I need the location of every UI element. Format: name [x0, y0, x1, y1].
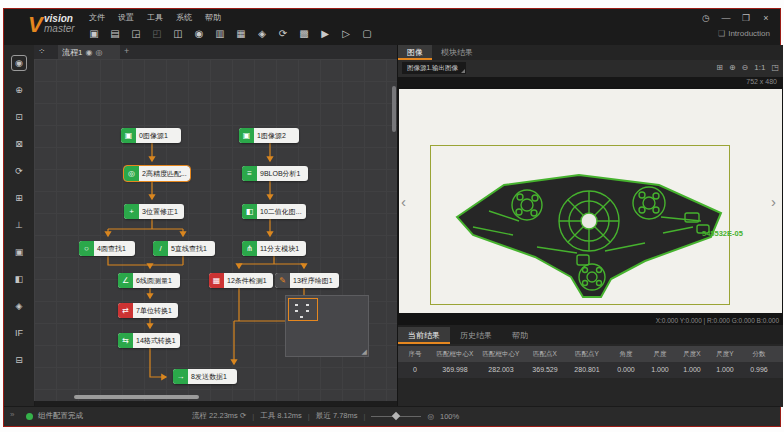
flow-tab[interactable]: 流程1 ◉ ◎ — [58, 45, 120, 59]
node-blob-analysis[interactable]: ≡9BLOB分析1 — [242, 166, 308, 181]
introduction-link[interactable]: ❏Introduction — [718, 29, 770, 38]
node-send-data[interactable]: →8发送数据1 — [173, 369, 237, 384]
zoom-in-icon[interactable]: ⊕ — [729, 62, 736, 74]
node-circle-find-label: 4圆查找1 — [94, 244, 129, 254]
col-header-6: 尺度 — [644, 346, 676, 362]
zoom-magnifier-icon: ◎ — [427, 412, 434, 421]
communication-icon[interactable]: ⊟ — [11, 352, 27, 368]
zoom-out-icon[interactable]: ⊖ — [742, 62, 749, 74]
menu-item-3[interactable]: 系统 — [176, 11, 192, 24]
node-binarize[interactable]: ◧10二值化图... — [242, 204, 306, 219]
focus-icon[interactable]: ⊠ — [11, 136, 27, 152]
col-header-4: 匹配点Y — [566, 346, 608, 362]
viewer-tab-0[interactable]: 图像 — [398, 45, 432, 60]
image-process-icon[interactable]: ▣ — [11, 244, 27, 260]
node-image-source-2[interactable]: ▣1图像源2 — [239, 128, 299, 143]
node-branch-module[interactable]: ⋔11分支模块1 — [242, 241, 306, 256]
menu-item-2[interactable]: 工具 — [147, 11, 163, 24]
node-unit-convert[interactable]: ⇄7单位转换1 — [118, 303, 178, 318]
canvas-minimap[interactable]: ◢ — [285, 295, 369, 357]
stop-icon[interactable]: ▢ — [360, 27, 374, 41]
color-icon[interactable]: ◧ — [11, 271, 27, 287]
match-icon[interactable]: ⊞ — [11, 190, 27, 206]
actual-size-icon[interactable]: 1:1 — [754, 62, 765, 74]
flow-structure-icon[interactable]: ⁘ — [38, 46, 46, 56]
prev-image-arrow[interactable]: ‹ — [401, 193, 406, 210]
node-hp-match-icon: ◎ — [124, 166, 139, 181]
multi-view-icon[interactable]: ▥ — [213, 27, 227, 41]
node-condition-check-icon: ▦ — [209, 273, 224, 288]
flow-run-once-button[interactable]: ◉ — [85, 48, 92, 57]
canvas-zoom-slider[interactable] — [371, 412, 421, 421]
node-hp-match-label: 2高精度匹配... — [139, 169, 190, 179]
if-logic-icon[interactable]: IF — [11, 325, 27, 341]
caliper-icon[interactable]: ⊥ — [11, 217, 27, 233]
node-line-find-icon: / — [153, 241, 168, 256]
canvas-hscrollbar[interactable] — [74, 395, 199, 399]
clock-icon[interactable]: ◷ — [700, 12, 712, 24]
minimap-resize-icon[interactable]: ◢ — [362, 348, 367, 356]
node-line-find[interactable]: /5直线查找1 — [153, 241, 215, 256]
flow-run-loop-button[interactable]: ◎ — [95, 48, 102, 57]
fullscreen-icon[interactable]: ◳ — [771, 62, 779, 74]
save-icon[interactable]: ▣ — [87, 27, 101, 41]
result-tab-0[interactable]: 当前结果 — [398, 327, 450, 344]
node-format-convert[interactable]: ⇆14格式转换1 — [118, 333, 180, 348]
node-hp-match[interactable]: ◎2高精度匹配... — [124, 166, 190, 181]
metric-separator: | — [364, 412, 366, 421]
node-image-source-2-icon: ▣ — [239, 128, 254, 143]
run-continuous-icon[interactable]: ▷ — [339, 27, 353, 41]
minimap-viewport[interactable] — [288, 298, 318, 321]
rotate-icon[interactable]: ⟳ — [11, 163, 27, 179]
image-viewer[interactable]: 545532E-05 ‹ › X:0.000 Y:0.000 | R:0.000… — [398, 87, 783, 325]
add-flow-button[interactable]: + — [124, 46, 129, 56]
node-binarize-label: 10二值化图... — [257, 207, 305, 217]
data-queue-icon[interactable]: ▩ — [297, 27, 311, 41]
node-image-source-1-icon: ▣ — [121, 128, 136, 143]
menu-item-4[interactable]: 帮助 — [205, 11, 221, 24]
result-row-0[interactable]: 0369.998282.003369.529280.8010.0001.0001… — [398, 362, 783, 378]
camera-source-icon[interactable]: ◉ — [11, 55, 27, 71]
status-expander[interactable]: » — [10, 410, 14, 419]
run-status-led — [26, 413, 33, 420]
deep-learning-icon[interactable]: ◈ — [11, 298, 27, 314]
result-tab-2[interactable]: 帮助 — [502, 327, 538, 344]
close-button[interactable]: × — [760, 12, 772, 24]
minimize-button[interactable]: — — [720, 12, 732, 24]
viewer-tab-1[interactable]: 模块结果 — [432, 45, 482, 60]
io-settings-icon[interactable]: ▦ — [234, 27, 248, 41]
pixel-readout: X:0.000 Y:0.000 | R:0.000 G:0.000 B:0.00… — [656, 317, 779, 324]
result-table-header: 序号匹配框中心X匹配框中心Y匹配点X匹配点Y角度尺度尺度X尺度Y分数 — [398, 346, 783, 362]
run-once-icon[interactable]: ▶ — [318, 27, 332, 41]
fit-view-icon[interactable]: ⊞ — [716, 62, 723, 74]
flow-canvas[interactable]: ▣0图像源1▣1图像源2◎2高精度匹配...≡9BLOB分析1+3位置修正1◧1… — [34, 59, 397, 401]
sync-icon[interactable]: ⟳ — [276, 27, 290, 41]
right-panel: 图像模块结果 图像源1.输出图像 ⊞⊕⊖1:1◳ 752 x 480 — [397, 45, 783, 407]
menu-item-1[interactable]: 设置 — [118, 11, 134, 24]
node-image-source-1[interactable]: ▣0图像源1 — [121, 128, 181, 143]
menu-item-0[interactable]: 文件 — [89, 11, 105, 24]
col-header-7: 尺度X — [676, 346, 708, 362]
dropdown-corner-icon — [461, 69, 465, 73]
image-source-dropdown[interactable]: 图像源1.输出图像 — [402, 62, 466, 74]
next-image-arrow[interactable]: › — [771, 193, 776, 210]
camera-icon[interactable]: ◉ — [192, 27, 206, 41]
restore-button[interactable]: ❐ — [740, 12, 752, 24]
import-icon[interactable]: ◰ — [150, 27, 164, 41]
node-script-draw[interactable]: ✎13程序绘图1 — [275, 273, 339, 288]
canvas-vscrollbar[interactable] — [392, 86, 396, 132]
canvas-zoom-value: 100% — [440, 412, 459, 421]
node-line-circle-measure[interactable]: ∠6线圆测量1 — [118, 273, 180, 288]
node-unit-convert-label: 7单位转换1 — [133, 306, 175, 316]
layout-icon[interactable]: ◫ — [171, 27, 185, 41]
result-tab-1[interactable]: 历史结果 — [450, 327, 502, 344]
node-condition-check[interactable]: ▦12条件检测1 — [209, 273, 273, 288]
open-icon[interactable]: ▤ — [108, 27, 122, 41]
save-as-icon[interactable]: ◲ — [129, 27, 143, 41]
node-circle-find[interactable]: ○4圆查找1 — [79, 241, 135, 256]
logo-text-bottom: master — [44, 24, 75, 34]
locate-icon[interactable]: ⊕ — [11, 82, 27, 98]
global-variable-icon[interactable]: ◈ — [255, 27, 269, 41]
node-position-fix[interactable]: +3位置修正1 — [124, 204, 184, 219]
position-icon[interactable]: ⊡ — [11, 109, 27, 125]
